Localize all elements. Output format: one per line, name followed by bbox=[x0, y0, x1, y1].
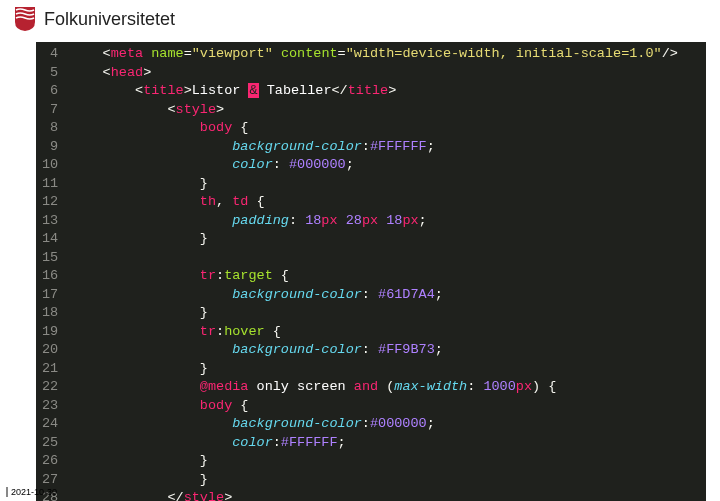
brand-logo-icon bbox=[14, 6, 36, 32]
code-line: <meta name="viewport" content="width=dev… bbox=[70, 45, 678, 64]
line-number: 15 bbox=[42, 249, 58, 268]
line-number: 21 bbox=[42, 360, 58, 379]
code-token: #000000 bbox=[289, 157, 346, 172]
code-line bbox=[70, 249, 678, 268]
code-token: Listor bbox=[192, 83, 249, 98]
code-token: name bbox=[151, 46, 183, 61]
line-number: 17 bbox=[42, 286, 58, 305]
code-token: #000000 bbox=[370, 416, 427, 431]
code-token: : bbox=[362, 342, 378, 357]
code-line: body { bbox=[70, 397, 678, 416]
code-token: body bbox=[200, 120, 232, 135]
code-token: < bbox=[135, 83, 143, 98]
code-line: background-color: #61D7A4; bbox=[70, 286, 678, 305]
code-line: } bbox=[70, 452, 678, 471]
code-line: tr:hover { bbox=[70, 323, 678, 342]
code-token: { bbox=[248, 194, 264, 209]
code-token: "viewport" bbox=[192, 46, 273, 61]
line-number: 10 bbox=[42, 156, 58, 175]
code-line: <style> bbox=[70, 101, 678, 120]
line-number: 11 bbox=[42, 175, 58, 194]
code-token: </ bbox=[167, 490, 183, 501]
code-token: ; bbox=[346, 157, 354, 172]
code-token: { bbox=[273, 268, 289, 283]
code-token: color bbox=[232, 435, 273, 450]
code-token: ) { bbox=[532, 379, 556, 394]
code-token: ; bbox=[435, 342, 443, 357]
code-token: background-color bbox=[232, 342, 362, 357]
code-token: > bbox=[184, 83, 192, 98]
code-token: : bbox=[273, 157, 289, 172]
line-number: 13 bbox=[42, 212, 58, 231]
code-token: ; bbox=[338, 435, 346, 450]
code-editor: 4567891011121314151617181920212223242526… bbox=[36, 42, 706, 501]
code-token: content bbox=[281, 46, 338, 61]
code-token: color bbox=[232, 157, 273, 172]
code-token bbox=[273, 46, 281, 61]
code-token: background-color bbox=[232, 287, 362, 302]
code-token: 28 bbox=[346, 213, 362, 228]
code-token: & bbox=[248, 83, 258, 98]
line-number: 16 bbox=[42, 267, 58, 286]
code-token: { bbox=[232, 398, 248, 413]
line-number: 8 bbox=[42, 119, 58, 138]
code-line: color: #000000; bbox=[70, 156, 678, 175]
code-line: background-color:#000000; bbox=[70, 415, 678, 434]
code-line: </style> bbox=[70, 489, 678, 501]
code-line: } bbox=[70, 230, 678, 249]
code-token: ; bbox=[427, 416, 435, 431]
code-token: only screen bbox=[248, 379, 353, 394]
code-token: < bbox=[103, 65, 111, 80]
line-number: 20 bbox=[42, 341, 58, 360]
code-token: ; bbox=[427, 139, 435, 154]
code-token: : bbox=[362, 416, 370, 431]
code-token: } bbox=[200, 305, 208, 320]
code-token: head bbox=[111, 65, 143, 80]
code-line: } bbox=[70, 304, 678, 323]
code-token: title bbox=[143, 83, 184, 98]
code-token: #FFFFFF bbox=[281, 435, 338, 450]
line-number: 4 bbox=[42, 45, 58, 64]
code-token: , bbox=[216, 194, 232, 209]
code-token: and bbox=[354, 379, 378, 394]
code-token: target bbox=[224, 268, 273, 283]
code-line: background-color:#FFFFFF; bbox=[70, 138, 678, 157]
code-token: "width=device-width, initial-scale=1.0" bbox=[346, 46, 662, 61]
code-line: <head> bbox=[70, 64, 678, 83]
code-line: background-color: #FF9B73; bbox=[70, 341, 678, 360]
code-token: < bbox=[103, 46, 111, 61]
code-token: background-color bbox=[232, 416, 362, 431]
code-token: @ bbox=[200, 379, 208, 394]
code-line: th, td { bbox=[70, 193, 678, 212]
code-line: } bbox=[70, 471, 678, 490]
code-token: #FF9B73 bbox=[378, 342, 435, 357]
code-token: media bbox=[208, 379, 249, 394]
code-line: tr:target { bbox=[70, 267, 678, 286]
code-token: : bbox=[362, 139, 370, 154]
code-line: } bbox=[70, 175, 678, 194]
code-token: #FFFFFF bbox=[370, 139, 427, 154]
code-token: ( bbox=[378, 379, 394, 394]
code-token: : bbox=[362, 287, 378, 302]
code-token: = bbox=[184, 46, 192, 61]
code-content: <meta name="viewport" content="width=dev… bbox=[66, 42, 686, 501]
line-number: 5 bbox=[42, 64, 58, 83]
code-token: > bbox=[143, 65, 151, 80]
code-token bbox=[70, 250, 78, 265]
code-line: <title>Listor & Tabeller</title> bbox=[70, 82, 678, 101]
line-number-gutter: 4567891011121314151617181920212223242526… bbox=[36, 42, 66, 501]
code-token: style bbox=[176, 102, 217, 117]
code-token: > bbox=[224, 490, 232, 501]
code-token: tr bbox=[200, 268, 216, 283]
line-number: 18 bbox=[42, 304, 58, 323]
footer-date: 2021-10-30 bbox=[6, 487, 57, 497]
code-token: : bbox=[289, 213, 305, 228]
line-number: 26 bbox=[42, 452, 58, 471]
code-token: : bbox=[467, 379, 483, 394]
code-token bbox=[378, 213, 386, 228]
code-token: /> bbox=[662, 46, 678, 61]
code-line: body { bbox=[70, 119, 678, 138]
line-number: 6 bbox=[42, 82, 58, 101]
code-token: style bbox=[184, 490, 225, 501]
line-number: 23 bbox=[42, 397, 58, 416]
